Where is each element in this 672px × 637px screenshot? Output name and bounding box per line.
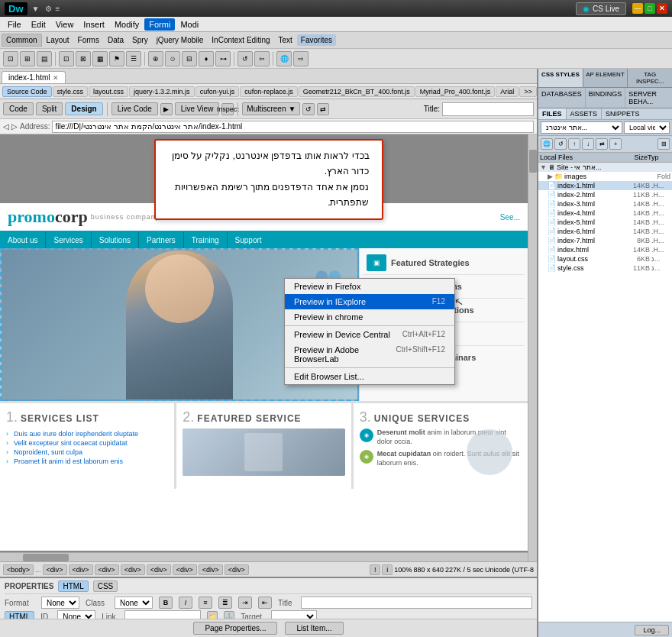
databases-tab[interactable]: DATABASES [538,88,586,108]
menu-view[interactable]: View [51,18,79,31]
ft-site-icon[interactable]: 🌐 [541,138,553,150]
server-beha-tab[interactable]: SERVER BEHA... [625,88,672,108]
addr-forward-btn[interactable]: ▷ [11,122,18,131]
props-class-select[interactable]: None [115,597,153,609]
menu-edit[interactable]: Edit [27,18,50,31]
rel-style-css[interactable]: style.css [53,86,89,97]
tab-layout[interactable]: Layout [43,34,73,46]
nav-solutions[interactable]: Solutions [92,232,139,248]
tree-site-root[interactable]: ▼ 🖥 Site - אתר אי... [538,163,672,172]
rel-more[interactable]: >> [519,86,537,97]
ctx-preview-chrome[interactable]: Preview in chrome [285,309,454,325]
tab-spry[interactable]: Spry [128,34,152,46]
tree-index5[interactable]: 📄 index-5.html 14KB .H... [538,218,672,227]
ap-element-tab[interactable]: AP ELEMENT [583,69,628,87]
tag-body[interactable]: <body> [3,564,34,575]
tree-index[interactable]: 📄 index.html 14KB .H... [538,245,672,254]
tag-div3[interactable]: <div> [95,564,119,575]
tb-icon-7[interactable]: ⚑ [109,51,124,66]
site-select[interactable]: אתר אינטרנ... [541,121,622,134]
tree-index7[interactable]: 📄 index-7.html 8KB .H... [538,236,672,245]
tb-icon-8[interactable]: ☰ [126,51,141,66]
tag-inspect-tab[interactable]: TAG INSPEC... [628,69,672,87]
rel-cufon-yui[interactable]: cufon-yui.js [195,86,240,97]
ctx-preview-device[interactable]: Preview in Device Central Ctrl+Alt+F12 [285,327,454,342]
tree-index4[interactable]: 📄 index-4.html 14KB .H... [538,209,672,218]
menu-file[interactable]: File [3,18,26,31]
tb-icon-15[interactable]: ⇦ [254,51,270,66]
html-tab[interactable]: HTML [58,580,88,592]
tb-icon-4[interactable]: ⊡ [59,51,74,66]
ft-expand-icon[interactable]: ⊞ [657,138,670,150]
tab-forms[interactable]: Forms [74,34,103,46]
tree-index1[interactable]: 📄 index-1.html 14KB .H... [538,181,672,190]
tb-icon-12[interactable]: ♦ [199,51,214,66]
tb-icon-17[interactable]: ⇨ [293,51,309,66]
css-styles-tab[interactable]: CSS STYLES [538,69,583,87]
rel-source[interactable]: Source Code [2,86,52,97]
tb-icon-5[interactable]: ⊠ [76,51,91,66]
props-format-select[interactable]: None [41,597,79,609]
more-icon[interactable]: ≡ [55,5,60,13]
ctx-preview-browserlab[interactable]: Preview in Adobe BrowserLab Ctrl+Shift+F… [285,342,454,367]
ft-up-icon[interactable]: ↑ [568,138,580,150]
ctx-edit-browser[interactable]: Edit Browser List... [285,369,454,384]
tb-icon-6[interactable]: ▦ [92,51,108,66]
sidebar-item-featured[interactable]: ▣ Featured Strategies [363,251,525,275]
page-properties-btn[interactable]: Page Properties... [193,622,277,635]
rel-jquery[interactable]: jquery-1.3.2.min.js [129,86,195,97]
bold-btn[interactable]: B [159,597,173,609]
nav-about[interactable]: About us [0,232,46,248]
tag-div1[interactable]: <div> [43,564,67,575]
live-code-arrow[interactable]: ▶ [160,103,173,115]
see-more-link[interactable]: See... [500,213,520,221]
nav-training[interactable]: Training [184,232,228,248]
ul-btn[interactable]: ≡ [199,597,212,609]
tab-jquery[interactable]: jQuery Mobile [153,34,208,46]
v-scroll-thumb[interactable] [529,150,537,173]
status-err-icon[interactable]: ! [370,564,380,575]
assets-tab[interactable]: ASSETS [567,108,603,119]
ctx-preview-ie[interactable]: Preview in IExplore F12 [285,294,454,309]
title-input[interactable] [442,102,534,116]
rel-arial[interactable]: Arial [496,86,519,97]
view-select[interactable]: Local view [624,121,670,134]
sync-btn[interactable]: ⇄ [317,103,329,115]
tree-style-css[interactable]: 📄 style.css 11KB ג... [538,264,672,273]
files-tab[interactable]: FILES [538,108,567,119]
maximize-button[interactable]: □ [645,3,655,14]
tb-icon-13[interactable]: ⊶ [215,51,231,66]
tag-div7[interactable]: <div> [199,564,223,575]
settings-icon[interactable]: ⚙ [45,5,52,13]
tree-index3[interactable]: 📄 index-3.html 14KB .H... [538,199,672,209]
ft-down-icon[interactable]: ↓ [582,138,594,150]
ctx-preview-firefox[interactable]: Preview in Firefox [285,279,454,294]
log-btn[interactable]: Log... [635,625,669,635]
tab-text[interactable]: Text [275,34,296,46]
close-button[interactable]: ✕ [657,3,667,14]
ft-sync-icon[interactable]: ⇄ [596,138,608,150]
rel-myriad[interactable]: Myriad_Pro_400.font.js [415,86,496,97]
tb-icon-3[interactable]: ▤ [37,51,52,66]
addr-back-btn[interactable]: ◁ [3,122,9,131]
live-view-btn[interactable]: Live View [175,102,220,115]
menu-format[interactable]: Formi [144,18,175,31]
tag-div2[interactable]: <div> [69,564,93,575]
ft-new-icon[interactable]: + [609,138,622,150]
menu-commands[interactable]: Modi [176,18,203,31]
tb-globe-icon[interactable]: 🌐 [276,51,292,66]
rel-geometr[interactable]: Geometr212_BkCn_BT_400.font.js [299,86,415,97]
tree-index2[interactable]: 📄 index-2.html 11KB .H... [538,190,672,199]
tab-favorites[interactable]: Favorites [297,34,336,46]
code-btn[interactable]: Code [3,102,34,115]
design-btn[interactable]: Design [65,102,102,115]
menu-modify[interactable]: Modify [110,18,144,31]
tb-icon-11[interactable]: ⊟ [182,51,197,66]
tb-icon-10[interactable]: ☺ [165,51,180,66]
tree-layout-css[interactable]: 📄 layout.css 6KB ג... [538,254,672,264]
nav-services[interactable]: Services [46,232,91,248]
minimize-button[interactable]: — [632,3,643,14]
menu-insert[interactable]: Insert [79,18,109,31]
nav-partners[interactable]: Partners [139,232,184,248]
tag-div8[interactable]: <div> [225,564,249,575]
